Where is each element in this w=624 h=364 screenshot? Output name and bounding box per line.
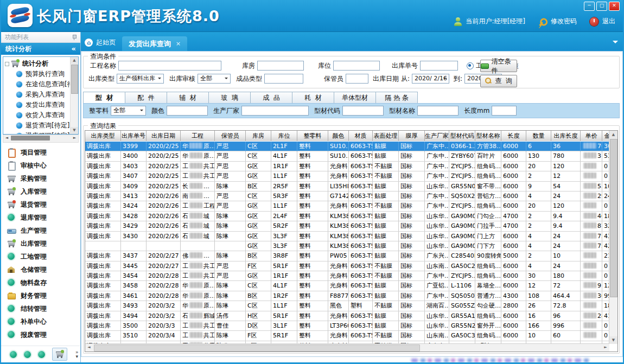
tab-start-page[interactable]: ⌂ 起始页 (85, 38, 116, 47)
location-input[interactable] (333, 61, 380, 71)
scroll-down-icon[interactable]: ▼ (71, 127, 78, 134)
circle-icon[interactable] (10, 351, 17, 358)
tree-horizontal-scrollbar[interactable]: ◄ ► (3, 135, 79, 143)
material-tab[interactable]: 耗 材 (292, 92, 334, 104)
table-row[interactable]: 调拨出库34002020/2/25华原…严思C区4L1F整料SU10…6063-… (85, 151, 609, 161)
tab-list-chevron-icon[interactable] (613, 41, 618, 46)
tree-root[interactable]: 统计分析 (4, 58, 70, 69)
table-row[interactable]: 调拨出库34452020/2/27工共工程严思F区5R1F整料光身料6063-T… (85, 261, 609, 271)
grid-vertical-scrollbar[interactable]: ▲ ▼ (609, 131, 617, 344)
tree-vertical-scrollbar[interactable]: ▲ ▼ (70, 57, 78, 134)
material-tab[interactable]: 玻 璃 (209, 92, 251, 104)
whole-part-select[interactable]: 全部 (111, 106, 146, 116)
column-header[interactable]: 库位 (271, 131, 297, 141)
table-row[interactable]: 调拨出库34092020/2/25长…陈琳B区2R5F整料LI35HD6063-… (85, 182, 609, 191)
table-row[interactable]: 调拨出库34372020/2/27佛…陈琳B区3R8F整料PW056063-T5… (85, 251, 609, 261)
tree-item[interactable]: 退库管理[待定] (4, 131, 70, 134)
circle-icon[interactable] (24, 351, 31, 358)
scrollbar-thumb[interactable] (11, 136, 50, 141)
table-row[interactable]: 调拨出库34582020/2/28华原…陈琳C区4L1F整料光身料6063-T5… (85, 281, 609, 291)
table-row[interactable]: 调拨出库34932020/3/2华原…陈琳C区1L1F整料黑色塑料不贴膜国标湖南… (85, 301, 609, 311)
material-tab[interactable]: 辅 材 (167, 92, 209, 104)
column-header[interactable]: 整零料 (297, 131, 328, 141)
sidebar-menu-item[interactable]: 退库管理 (1, 211, 80, 224)
table-row[interactable]: 调拨出库34302020/2/26石城陈琳G区3L3F整料KLM38176063… (85, 232, 609, 241)
minimize-button[interactable]: ─ (584, 2, 595, 11)
table-row[interactable]: G区3L3F整料KLM38176063-T5贴膜国标山东华…GA90M09…门下… (85, 241, 609, 251)
column-header[interactable]: 出库类型 (85, 131, 121, 141)
material-tab[interactable]: 型 材 (83, 92, 125, 104)
keeper-input[interactable] (346, 74, 368, 84)
sidebar-menu-item[interactable]: 退货管理 (1, 198, 80, 211)
sidebar-menu-item[interactable]: 项目管理 (1, 146, 80, 159)
scroll-left-icon[interactable]: ◄ (85, 344, 93, 351)
search-button[interactable]: 查 询 (480, 75, 517, 87)
cart-toolbar-button[interactable] (52, 348, 67, 361)
scroll-left-icon[interactable]: ◄ (3, 135, 10, 141)
scroll-up-icon[interactable]: ▲ (71, 57, 78, 64)
table-row[interactable]: 调拨出库34612020/2/28华原…陈琳B区1R2F整料F8877FT606… (85, 291, 609, 301)
section-header[interactable]: 统计分析 « (1, 43, 80, 55)
circle-icon[interactable] (38, 351, 45, 358)
sidebar-menu-item[interactable]: 仓储管理 (1, 263, 80, 276)
pin-icon[interactable] (72, 35, 77, 40)
table-row[interactable]: 调拨出库35002020/3/3工共工程曹佳D区3L1F整料LT3P606063… (85, 321, 609, 331)
sidebar-menu-item[interactable]: 物料盘存 (1, 276, 80, 289)
column-header[interactable]: 单价 (581, 131, 602, 141)
close-button[interactable]: ✕ (609, 2, 620, 11)
table-row[interactable]: 调拨出库34132020/2/26南…严思C区5R3F整料G714226063-… (85, 191, 609, 201)
table-row[interactable]: 调拨出库34942020/3/2石辉城汤伟H区5R1F整料光身料6063-T5贴… (85, 311, 609, 321)
column-header[interactable]: 膜厚 (399, 131, 425, 141)
scroll-up-icon[interactable]: ▲ (609, 131, 617, 138)
manufacturer-input[interactable] (241, 106, 309, 116)
sidebar-menu-item[interactable]: 结转管理 (1, 302, 80, 315)
tree-item[interactable]: 发货出库查询 (4, 100, 70, 110)
column-header[interactable]: 型材代码 (449, 131, 475, 141)
column-header[interactable]: 出库日期 (147, 131, 181, 141)
table-row[interactable]: 调拨出库34542020/2/28工共工程严思G区1R1F整料光身料6063-T… (85, 271, 609, 281)
column-header[interactable]: 保管员 (215, 131, 246, 141)
project-name-input[interactable] (118, 61, 221, 71)
table-row[interactable]: 调拨出库35102020/3/4工共工程陈琳F区5R1F整料光身料6063-T5… (85, 331, 609, 341)
column-header[interactable]: 表面处理 (373, 131, 399, 141)
column-header[interactable]: 生产厂家 (425, 131, 449, 141)
more-buttons-chevron[interactable]: »▾ (75, 350, 79, 359)
sidebar-menu-item[interactable]: 采购管理 (1, 172, 80, 185)
sidebar-menu-item[interactable]: 工地管理 (1, 250, 80, 263)
table-row[interactable]: 调拨出库33992020/2/25华原…严思C区2L1F整料SU10…6063-… (85, 142, 609, 151)
scrollbar-thumb[interactable] (94, 344, 420, 352)
table-row[interactable]: 调拨出库34282020/2/26石城陈琳G区2L4F整料KLM38176063… (85, 212, 609, 221)
column-header[interactable]: 库房 (246, 131, 271, 141)
scroll-down-icon[interactable]: ▼ (609, 336, 617, 344)
color-input[interactable] (167, 106, 208, 116)
tree-item[interactable]: 在途信息查询[待 (4, 79, 70, 90)
table-row[interactable]: 调拨出库34242020/2/26工工程严思G区1L1F整料光身料6063-T5… (85, 201, 609, 211)
audit-select[interactable]: 全部 (198, 74, 231, 84)
outbound-no-input[interactable] (420, 61, 458, 71)
column-header[interactable]: 工程 (181, 131, 215, 141)
profile-code-input[interactable] (342, 106, 384, 116)
grid-horizontal-scrollbar[interactable]: ◄ ► (85, 343, 609, 352)
sidebar-menu-item[interactable]: 入库管理 (1, 185, 80, 198)
sidebar-menu-item[interactable]: 出库管理 (1, 237, 80, 250)
material-tab[interactable]: 成 品 (251, 92, 292, 104)
scroll-right-icon[interactable]: ► (71, 135, 78, 141)
sidebar-menu-item[interactable]: 报废管理 (1, 328, 80, 341)
material-tab[interactable]: 单体型材 (334, 92, 376, 104)
date-from-picker[interactable]: 2020/ 2/16 (412, 74, 449, 84)
scrollbar-thumb[interactable] (71, 65, 78, 94)
sidebar-menu-item[interactable]: 生产管理 (1, 224, 80, 237)
change-password-link[interactable]: 修改密码 (551, 17, 577, 26)
profile-name-input[interactable] (417, 106, 459, 116)
tree-item[interactable]: 预算执行查询 (4, 69, 70, 79)
logout-link[interactable]: 退出 (602, 17, 615, 26)
column-header[interactable]: 数量 (526, 131, 551, 141)
scroll-right-icon[interactable]: ► (602, 344, 609, 351)
column-header[interactable]: 型材名称 (475, 131, 501, 141)
tab-shipping-outbound-query[interactable]: 发货出库查询 × (122, 36, 187, 51)
sidebar-menu-item[interactable]: 补单中心 (1, 315, 80, 328)
column-header[interactable]: 长度 (501, 131, 526, 141)
collapse-icon[interactable]: « (72, 43, 76, 55)
column-header[interactable]: 颜色 (328, 131, 349, 141)
column-header[interactable]: 出库长度 (551, 131, 581, 141)
